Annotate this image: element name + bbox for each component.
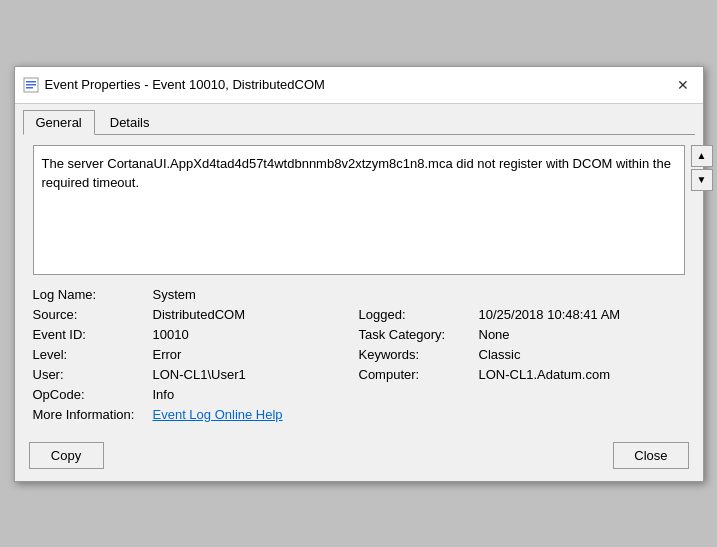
tab-general-content: The server CortanaUI.AppXd4tad4d57t4wtdb…	[23, 134, 695, 432]
opcode-value: Info	[153, 387, 359, 402]
svg-rect-3	[26, 87, 33, 89]
more-info-label: More Information:	[33, 407, 153, 422]
log-name-value: System	[153, 287, 359, 302]
event-properties-dialog: Event Properties - Event 10010, Distribu…	[14, 66, 704, 482]
copy-button[interactable]: Copy	[29, 442, 104, 469]
tab-general[interactable]: General	[23, 110, 95, 135]
level-label: Level:	[33, 347, 153, 362]
message-wrapper: The server CortanaUI.AppXd4tad4d57t4wtdb…	[33, 145, 685, 275]
event-message: The server CortanaUI.AppXd4tad4d57t4wtdb…	[33, 145, 685, 275]
task-category-value: None	[479, 327, 685, 342]
keywords-label: Keywords:	[359, 347, 479, 362]
source-value: DistributedCOM	[153, 307, 359, 322]
scroll-down-button[interactable]: ▼	[691, 169, 713, 191]
keywords-value: Classic	[479, 347, 685, 362]
dialog-footer: Copy Close	[15, 432, 703, 481]
logged-value: 10/25/2018 10:48:41 AM	[479, 307, 685, 322]
logged-label: Logged:	[359, 307, 479, 322]
opcode-label: OpCode:	[33, 387, 153, 402]
source-label: Source:	[33, 307, 153, 322]
event-id-value: 10010	[153, 327, 359, 342]
task-category-label: Task Category:	[359, 327, 479, 342]
svg-rect-1	[26, 81, 36, 83]
event-id-label: Event ID:	[33, 327, 153, 342]
event-log-online-help-link[interactable]: Event Log Online Help	[153, 407, 359, 422]
computer-label: Computer:	[359, 367, 479, 382]
dialog-title: Event Properties - Event 10010, Distribu…	[45, 77, 671, 92]
scroll-up-button[interactable]: ▲	[691, 145, 713, 167]
close-button[interactable]: ✕	[671, 73, 695, 97]
dialog-body: General Details The server CortanaUI.App…	[15, 104, 703, 432]
tab-bar: General Details	[15, 104, 703, 134]
computer-value: LON-CL1.Adatum.com	[479, 367, 685, 382]
scroll-controls: ▲ ▼	[691, 145, 713, 191]
close-dialog-button[interactable]: Close	[613, 442, 688, 469]
log-name-label: Log Name:	[33, 287, 153, 302]
tab-details[interactable]: Details	[97, 110, 163, 134]
event-details-grid: Log Name: System Source: DistributedCOM …	[33, 287, 685, 422]
user-value: LON-CL1\User1	[153, 367, 359, 382]
svg-rect-2	[26, 84, 36, 86]
user-label: User:	[33, 367, 153, 382]
title-bar: Event Properties - Event 10010, Distribu…	[15, 67, 703, 104]
dialog-icon	[23, 77, 39, 93]
level-value: Error	[153, 347, 359, 362]
